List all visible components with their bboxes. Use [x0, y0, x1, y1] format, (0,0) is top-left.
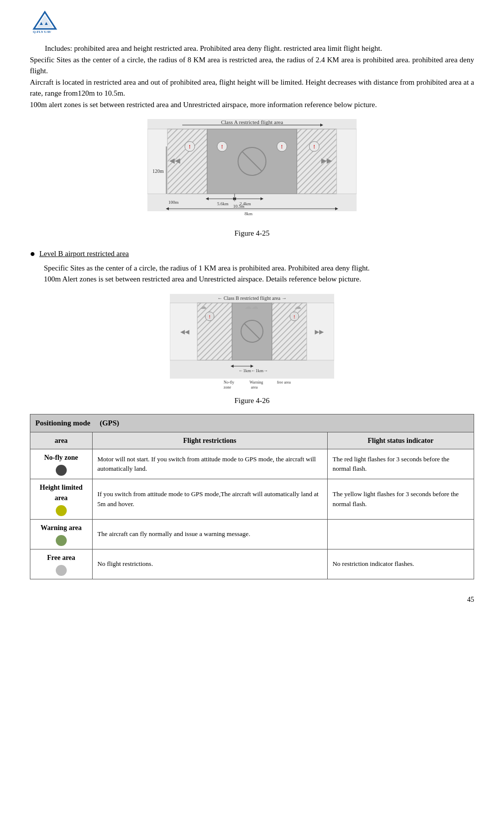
svg-rect-12 — [337, 129, 357, 194]
bullet-title: Level B airport restricted area — [39, 248, 129, 260]
area-cell: Free area — [30, 549, 93, 579]
page-header: ▲ ▲ Q-FLY UAV — [30, 10, 474, 35]
bullet-item: ● Level B airport restricted area — [30, 248, 474, 261]
area-icon — [56, 565, 67, 576]
figure-25-caption: Figure 4-25 — [235, 228, 269, 239]
svg-rect-53 — [272, 303, 307, 360]
bullet-dot: ● — [30, 247, 35, 261]
svg-text:free area: free area — [277, 380, 291, 385]
intro-text: Includes: prohibited area and height res… — [30, 43, 474, 110]
svg-text:☁: ☁ — [200, 303, 207, 310]
svg-text:area: area — [251, 385, 258, 390]
figure-25-container: Class A restricted flight area — [30, 119, 474, 239]
figure-26-caption: Figure 4-26 — [235, 395, 269, 407]
svg-text:!: ! — [313, 144, 315, 149]
svg-text:120m: 120m — [152, 168, 164, 174]
intro-para-1: Includes: prohibited area and height res… — [30, 43, 474, 54]
area-cell: No-fly zone — [30, 449, 93, 479]
table-main-header: Positioning mode (GPS) — [30, 414, 474, 432]
logo: ▲ ▲ Q-FLY UAV — [30, 10, 60, 35]
svg-text:←1km←1km→: ←1km←1km→ — [239, 368, 268, 373]
area-icon — [56, 505, 67, 516]
flight-cell: Motor will not start. If you switch from… — [92, 449, 327, 479]
status-cell: The red light flashes for 3 seconds befo… — [327, 449, 474, 479]
svg-text:← Class B restricted flight ar: ← Class B restricted flight area → — [218, 295, 287, 301]
svg-text:Q-FLY UAV: Q-FLY UAV — [33, 30, 51, 34]
figure-26-diagram: ← Class B restricted flight area → ! ! ◀… — [170, 294, 334, 391]
svg-text:!: ! — [281, 144, 282, 149]
col-area-header: area — [30, 432, 93, 449]
intro-para-4: 100m alert zones is set between restrict… — [30, 99, 474, 111]
svg-text:▲: ▲ — [39, 20, 44, 26]
table-sub-header-row: area Flight restrictions Flight status i… — [30, 432, 474, 449]
svg-text:Class A restricted flight area: Class A restricted flight area — [221, 119, 283, 125]
logo-svg: ▲ ▲ Q-FLY UAV — [30, 10, 60, 35]
status-cell: The yellow light flashes for 3 seconds b… — [327, 479, 474, 519]
bullet-body-1: Specific Sites as the center of a circle… — [44, 263, 474, 274]
area-icon — [56, 465, 67, 476]
area-cell: Warning area — [30, 519, 93, 549]
table-header-row: Positioning mode (GPS) — [30, 414, 474, 432]
svg-text:8km: 8km — [245, 211, 252, 216]
svg-text:!: ! — [294, 314, 295, 319]
svg-rect-11 — [147, 129, 167, 194]
table-row: No-fly zoneMotor will not start. If you … — [30, 449, 474, 479]
status-cell: No restriction indicator flashes. — [327, 549, 474, 579]
table-row: Height limited areaIf you switch from at… — [30, 479, 474, 519]
flight-cell: No flight restrictions. — [92, 549, 327, 579]
table-row: Warning areaThe aircraft can fly normall… — [30, 519, 474, 549]
flight-cell: If you switch from attitude mode to GPS … — [92, 479, 327, 519]
svg-text:▶▶: ▶▶ — [321, 157, 332, 164]
table-body: No-fly zoneMotor will not start. If you … — [30, 449, 474, 579]
area-cell: Height limited area — [30, 479, 93, 519]
col-status-header: Flight status indicator — [327, 432, 474, 449]
figure-25-diagram: Class A restricted flight area — [147, 119, 357, 224]
svg-text:!: ! — [189, 144, 190, 149]
svg-text:!: ! — [221, 144, 223, 149]
svg-text:☁☁: ☁☁ — [245, 303, 258, 310]
svg-text:◀◀: ◀◀ — [180, 328, 190, 335]
figure-26-container: ← Class B restricted flight area → ! ! ◀… — [30, 294, 474, 407]
svg-text:!: ! — [209, 314, 211, 319]
svg-text:5.6km: 5.6km — [217, 201, 229, 206]
positioning-table: Positioning mode (GPS) area Flight restr… — [30, 414, 474, 579]
intro-para-2: Specific Sites as the center of a circle… — [30, 54, 474, 77]
svg-text:No-fly: No-fly — [224, 380, 234, 385]
col-flight-header: Flight restrictions — [92, 432, 327, 449]
svg-rect-51 — [197, 303, 232, 360]
bullet-section: ● Level B airport restricted area Specif… — [30, 248, 474, 285]
flight-cell: The aircraft can fly normally and issue … — [92, 519, 327, 549]
bullet-body-2: 100m Alert zones is set between restrict… — [44, 273, 474, 285]
intro-para-3: Aircraft is located in restricted area a… — [30, 77, 474, 99]
svg-text:100m: 100m — [168, 200, 179, 205]
svg-text:▶▶: ▶▶ — [315, 328, 324, 335]
svg-text:2.4km: 2.4km — [240, 201, 251, 206]
area-icon — [56, 535, 67, 546]
svg-text:Warning: Warning — [250, 380, 263, 385]
svg-text:▲: ▲ — [44, 20, 49, 26]
svg-text:◀◀: ◀◀ — [169, 157, 180, 164]
page-number: 45 — [30, 594, 474, 605]
table-row: Free areaNo flight restrictions.No restr… — [30, 549, 474, 579]
svg-text:zone: zone — [224, 385, 232, 390]
svg-text:☁: ☁ — [294, 303, 301, 310]
status-cell — [327, 519, 474, 549]
bullet-body: Specific Sites as the center of a circle… — [44, 263, 474, 285]
